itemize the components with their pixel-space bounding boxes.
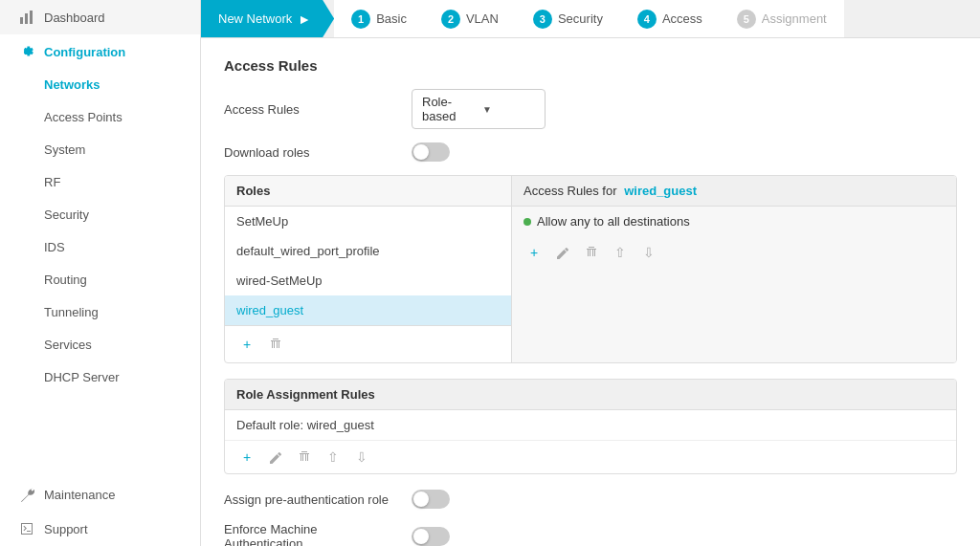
sidebar-item-support[interactable]: Support [0,512,200,546]
add-assignment-rule-button[interactable]: + [236,447,257,468]
roles-actions: + [225,325,511,362]
step-circle-5: 5 [737,10,756,29]
green-dot-icon [523,218,531,226]
download-roles-label: Download roles [224,145,396,160]
roles-container: Roles SetMeUp default_wired_port_profile… [224,175,957,363]
access-rule-actions: + ⇧ ⇩ [512,236,956,269]
access-rules-for-panel: Access Rules for wired_guest Allow any t… [512,176,956,362]
role-item-wired-setmeup[interactable]: wired-SetMeUp [225,266,511,295]
maintenance-label: Maintenance [44,488,115,502]
access-rules-for-header: Access Rules for wired_guest [512,176,956,207]
move-up-access-rule-button[interactable]: ⇧ [610,242,631,263]
move-down-assignment-rule-button[interactable]: ⇩ [351,447,372,468]
main-area: New Network ► 1 Basic 2 VLAN 3 Security … [201,0,980,546]
sidebar-sub-ids[interactable]: IDS [0,231,200,264]
assignment-section: Role Assignment Rules Default role: wire… [224,379,957,474]
add-access-rule-button[interactable]: + [523,242,545,263]
wizard-step-new-network[interactable]: New Network ► [201,0,334,37]
sidebar-item-dashboard[interactable]: Dashboard [0,0,200,34]
roles-panel-header: Roles [225,176,511,207]
wizard-step-vlan[interactable]: 2 VLAN [424,0,516,37]
sidebar-sub-tunneling[interactable]: Tunneling [0,296,200,329]
assign-pre-auth-label: Assign pre-authentication role [224,492,396,507]
access-rules-select[interactable]: Role-based ▼ [412,89,546,129]
step-circle-4: 4 [637,10,657,29]
selected-role-name: wired_guest [624,184,697,198]
enforce-machine-auth-label: Enforce Machine Authentication [224,522,396,546]
sidebar-sub-security[interactable]: Security [0,199,200,231]
toggle-knob-machine-auth [413,529,429,544]
enforce-machine-auth-toggle[interactable] [412,527,450,546]
sidebar-item-maintenance[interactable]: Maintenance [0,477,200,512]
sidebar-sub-rf[interactable]: RF [0,166,200,199]
gear-icon [19,44,34,59]
step-circle-1: 1 [351,10,370,29]
sidebar-sub-dhcp-server[interactable]: DHCP Server [0,361,200,394]
step-circle-3: 3 [533,10,552,29]
section-title: Access Rules [224,57,957,74]
content-area: Access Rules Access Rules Role-based ▼ D… [201,38,980,546]
svg-rect-2 [30,11,33,24]
assignment-rule-item: Default role: wired_guest [225,410,956,441]
move-down-access-rule-button[interactable]: ⇩ [638,242,659,263]
delete-role-button[interactable] [265,334,286,355]
access-rule-item: Allow any to all destinations [512,207,956,236]
add-role-button[interactable]: + [236,334,257,355]
sidebar-sub-access-points[interactable]: Access Points [0,101,200,134]
toggle-knob-pre-auth [413,491,429,507]
chart-icon [19,10,34,25]
delete-access-rule-button[interactable] [581,242,602,263]
step-circle-2: 2 [441,10,460,29]
access-rules-value: Role-based [422,95,475,123]
access-rules-row: Access Rules Role-based ▼ [224,89,957,129]
assign-pre-auth-toggle[interactable] [412,490,450,509]
role-item-default-wired[interactable]: default_wired_port_profile [225,236,511,266]
delete-assignment-rule-button[interactable] [294,447,315,468]
sidebar-sub-networks[interactable]: Networks [0,69,200,101]
roles-panel: Roles SetMeUp default_wired_port_profile… [225,176,512,362]
role-item-wired-guest[interactable]: wired_guest [225,295,511,325]
wizard-step-assignment: 5 Assignment [720,0,844,37]
wizard-step-access[interactable]: 4 Access [620,0,720,37]
wizard-step-security[interactable]: 3 Security [516,0,620,37]
wizard-step-basic[interactable]: 1 Basic [334,0,424,37]
assignment-header: Role Assignment Rules [225,380,956,410]
sidebar-sub-services[interactable]: Services [0,329,200,361]
download-roles-row: Download roles [224,142,957,162]
assignment-actions: + ⇧ ⇩ [225,441,956,473]
support-label: Support [44,522,88,536]
chevron-right-icon: ► [298,11,311,27]
dashboard-label: Dashboard [44,11,105,25]
assign-pre-auth-row: Assign pre-authentication role [224,490,957,509]
sidebar-item-configuration[interactable]: Configuration [0,34,200,69]
edit-assignment-rule-button[interactable] [265,447,286,468]
access-rules-label: Access Rules [224,102,396,117]
toggle-knob [413,144,429,160]
svg-rect-0 [20,17,23,24]
role-item-setmeup[interactable]: SetMeUp [225,207,511,236]
wizard-bar: New Network ► 1 Basic 2 VLAN 3 Security … [201,0,980,38]
edit-access-rule-button[interactable] [552,242,573,263]
enforce-machine-auth-row: Enforce Machine Authentication [224,522,957,546]
move-up-assignment-rule-button[interactable]: ⇧ [323,447,344,468]
svg-rect-1 [25,13,28,24]
download-roles-toggle[interactable] [412,142,450,162]
sidebar: Dashboard Configuration Networks Access … [0,0,201,546]
wrench-icon [19,487,34,502]
configuration-label: Configuration [44,45,125,59]
sidebar-sub-system[interactable]: System [0,134,200,166]
terminal-icon [19,521,34,536]
sidebar-sub-routing[interactable]: Routing [0,264,200,296]
chevron-down-icon: ▼ [482,104,535,115]
